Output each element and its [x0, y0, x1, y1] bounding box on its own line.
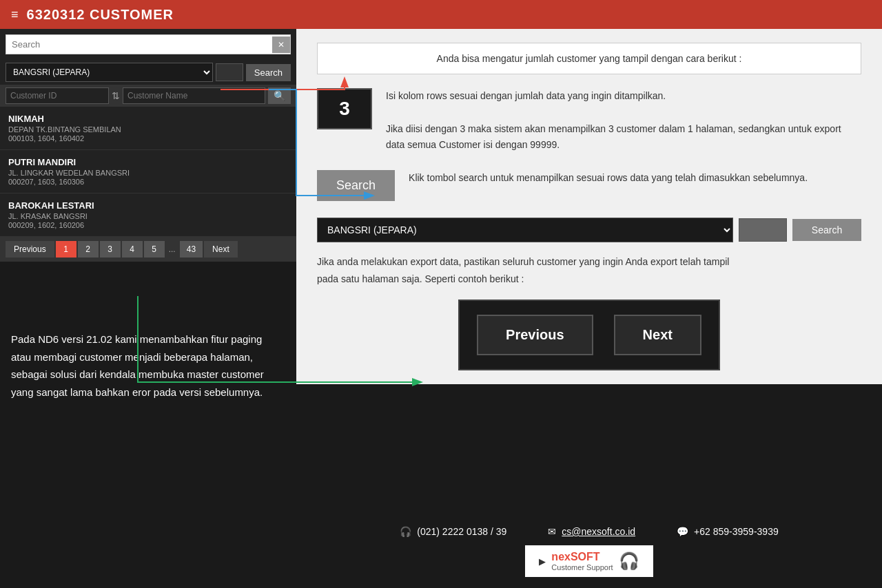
customer-name-2: BAROKAH LESTARI — [8, 200, 288, 211]
list-item[interactable]: BAROKAH LESTARI JL. KRASAK BANGSRI 00020… — [0, 193, 296, 237]
search-demo-section: Search Klik tombol search untuk menampil… — [317, 170, 861, 201]
next-button[interactable]: Next — [204, 241, 238, 258]
search-bar: ✕ — [6, 34, 291, 54]
customer-id-1: 000207, 1603, 160306 — [8, 178, 288, 186]
footer-logo: ▶ nexSOFT Customer Support 🎧 — [310, 545, 868, 577]
page-3-button[interactable]: 3 — [100, 241, 121, 258]
export-instruction-text: Jika anda melakukan export data, pastika… — [317, 253, 861, 288]
search-button[interactable]: Search — [246, 64, 291, 81]
rows-demo-box: 3 — [317, 88, 372, 129]
sort-icon[interactable]: ⇅ — [112, 90, 120, 101]
page-5-button[interactable]: 5 — [144, 241, 165, 258]
email-contact: ✉ cs@nexsoft.co.id — [548, 526, 635, 537]
page-2-button[interactable]: 2 — [78, 241, 99, 258]
customer-name-0: NIKMAH — [8, 114, 288, 124]
tooltip-text: Anda bisa mengatur jumlah customer yang … — [437, 53, 742, 64]
rows-instruction-section: 3 Isi kolom rows sesuai dengan jumlah da… — [317, 88, 861, 154]
customer-address-1: JL. LINGKAR WEDELAN BANGSRI — [8, 169, 288, 177]
left-panel: ✕ BANGSRI (JEPARA) 3 Search ⇅ 🔍 NIKMAH D… — [0, 29, 296, 262]
export-location-dropdown[interactable]: BANGSRI (JEPARA) — [317, 218, 733, 242]
customer-list: NIKMAH DEPAN TK.BINTANG SEMBILAN 000103,… — [0, 107, 296, 237]
whatsapp-contact: 💬 +62 859-3959-3939 — [677, 526, 779, 537]
headphone-icon: 🎧 — [400, 526, 411, 537]
export-filter-row: BANGSRI (JEPARA) 99999 Search — [317, 218, 861, 242]
page-1-button[interactable]: 1 — [56, 241, 76, 258]
page-43-button[interactable]: 43 — [180, 241, 203, 258]
tooltip-box: Anda bisa mengatur jumlah customer yang … — [317, 43, 861, 74]
page-4-button[interactable]: 4 — [122, 241, 143, 258]
export-search-button[interactable]: Search — [792, 219, 861, 241]
customer-id-0: 000103, 1604, 160402 — [8, 134, 288, 143]
instruction-text: Isi kolom rows sesuai dengan jumlah data… — [386, 88, 861, 154]
search-input[interactable] — [6, 35, 272, 54]
search-instruction-text: Klik tombol search untuk menampilkan ses… — [409, 170, 808, 187]
whatsapp-number: +62 859-3959-3939 — [694, 526, 779, 537]
left-bottom-text: Pada ND6 versi 21.02 kami menambahkan fi… — [0, 317, 289, 414]
clear-button[interactable]: ✕ — [272, 36, 290, 53]
customer-id-2: 000209, 1602, 160206 — [8, 221, 288, 229]
id-name-row: ⇅ 🔍 — [0, 85, 296, 107]
name-search-button[interactable]: 🔍 — [268, 87, 291, 104]
support-label: Customer Support — [551, 563, 613, 571]
customer-address-2: JL. KRASAK BANGSRI — [8, 212, 288, 220]
customer-id-field[interactable] — [6, 87, 109, 104]
hamburger-icon[interactable]: ≡ — [11, 8, 19, 22]
demo-previous-button[interactable]: Previous — [477, 315, 593, 355]
pagination-bar: Previous 1 2 3 4 5 ... 43 Next — [0, 237, 296, 262]
export-rows-input[interactable]: 99999 — [739, 218, 787, 242]
page-title: 6320312 CUSTOMER — [27, 7, 174, 23]
search-demo-button[interactable]: Search — [317, 170, 395, 201]
phone-contact: 🎧 (021) 2222 0138 / 39 — [400, 526, 506, 537]
location-dropdown[interactable]: BANGSRI (JEPARA) — [6, 63, 213, 82]
phone-number: (021) 2222 0138 / 39 — [417, 526, 506, 537]
footer: 🎧 (021) 2222 0138 / 39 ✉ cs@nexsoft.co.i… — [296, 515, 882, 588]
right-panel: Anda bisa mengatur jumlah customer yang … — [296, 29, 882, 384]
customer-address-0: DEPAN TK.BINTANG SEMBILAN — [8, 125, 288, 134]
prevnext-demo: Previous Next — [458, 300, 720, 370]
email-link[interactable]: cs@nexsoft.co.id — [562, 526, 635, 537]
whatsapp-icon: 💬 — [677, 526, 688, 537]
demo-next-button[interactable]: Next — [614, 315, 701, 355]
customer-name-1: PUTRI MANDIRI — [8, 157, 288, 167]
nexsoft-logo-box: ▶ nexSOFT Customer Support 🎧 — [525, 545, 653, 577]
filter-row: BANGSRI (JEPARA) 3 Search — [0, 60, 296, 85]
list-item[interactable]: PUTRI MANDIRI JL. LINGKAR WEDELAN BANGSR… — [0, 150, 296, 193]
email-icon: ✉ — [548, 526, 556, 537]
page-ellipsis: ... — [166, 244, 178, 254]
headset-icon: 🎧 — [619, 552, 639, 571]
nexsoft-brand: nexSOFT — [551, 551, 613, 563]
nexsoft-play-icon: ▶ — [539, 556, 546, 567]
customer-name-field[interactable] — [123, 87, 265, 104]
app-header: ≡ 6320312 CUSTOMER — [0, 0, 882, 29]
list-item[interactable]: NIKMAH DEPAN TK.BINTANG SEMBILAN 000103,… — [0, 107, 296, 150]
previous-button[interactable]: Previous — [6, 241, 54, 258]
footer-contacts: 🎧 (021) 2222 0138 / 39 ✉ cs@nexsoft.co.i… — [310, 526, 868, 537]
rows-input[interactable]: 3 — [216, 63, 243, 81]
